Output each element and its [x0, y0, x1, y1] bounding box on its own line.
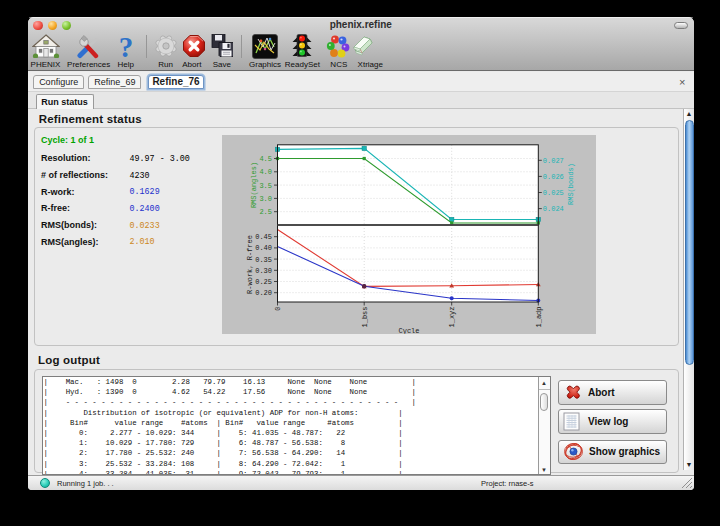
svg-text:?: ? [118, 33, 133, 60]
svg-text:Cycle: Cycle [398, 327, 419, 334]
svg-text:0: 0 [274, 307, 282, 311]
svg-text:R-work, R-free: R-work, R-free [246, 235, 254, 294]
svg-text:0.026: 0.026 [543, 173, 564, 181]
svg-text:0.025: 0.025 [543, 189, 564, 197]
svg-text:0.35: 0.35 [255, 256, 272, 264]
svg-text:RMS(angles): RMS(angles) [250, 162, 258, 208]
svg-text:3.0: 3.0 [259, 195, 272, 203]
svg-text:4.0: 4.0 [259, 168, 272, 176]
svg-text:3.5: 3.5 [259, 182, 272, 190]
svg-text:1_adp: 1_adp [535, 307, 543, 328]
svg-text:0.25: 0.25 [255, 278, 272, 286]
svg-text:0.024: 0.024 [543, 205, 564, 213]
svg-text:RMS(bonds): RMS(bonds) [567, 163, 575, 205]
svg-text:0.027: 0.027 [543, 157, 564, 165]
svg-text:2.5: 2.5 [259, 208, 272, 216]
svg-text:0.40: 0.40 [255, 244, 272, 252]
svg-text:1_bss: 1_bss [361, 307, 369, 328]
svg-text:1_xyz: 1_xyz [448, 307, 456, 328]
svg-text:0.45: 0.45 [255, 233, 272, 241]
svg-text:4.5: 4.5 [259, 155, 272, 163]
svg-text:0.20: 0.20 [255, 289, 272, 297]
svg-text:0.30: 0.30 [255, 267, 272, 275]
